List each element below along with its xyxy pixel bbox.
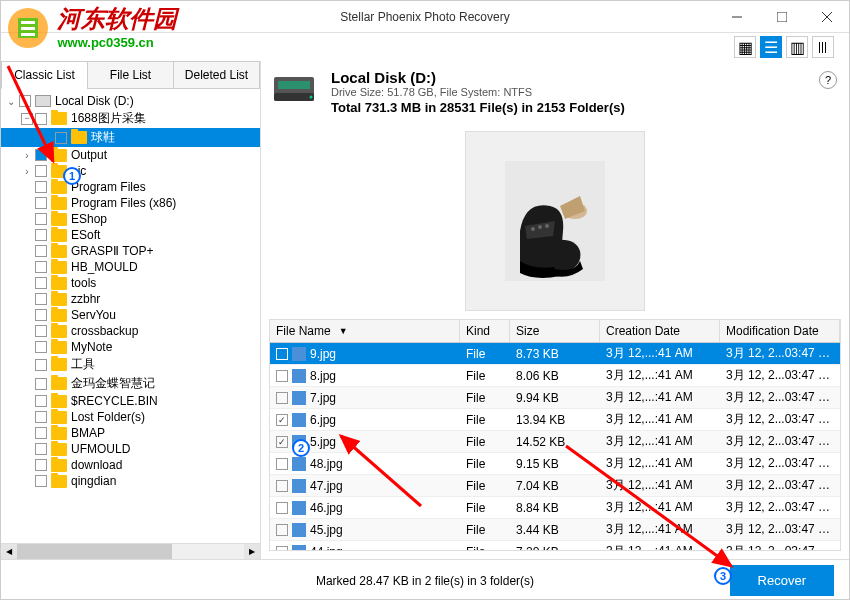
tree-item[interactable]: HB_MOULD: [1, 259, 260, 275]
tree-item-label: crossbackup: [71, 324, 138, 338]
tree-checkbox[interactable]: [35, 261, 47, 273]
tree-item[interactable]: 金玛金蝶智慧记: [1, 374, 260, 393]
row-checkbox[interactable]: [276, 370, 288, 382]
expand-toggle-icon[interactable]: ⌄: [5, 95, 17, 107]
maximize-button[interactable]: [759, 1, 804, 33]
row-checkbox[interactable]: [276, 436, 288, 448]
tree-checkbox[interactable]: [35, 378, 47, 390]
tree-item[interactable]: Program Files: [1, 179, 260, 195]
tree-checkbox[interactable]: [35, 309, 47, 321]
tree-item[interactable]: download: [1, 457, 260, 473]
tree-item[interactable]: zzbhr: [1, 291, 260, 307]
tree-checkbox[interactable]: [35, 213, 47, 225]
tree-item[interactable]: 球鞋: [1, 128, 260, 147]
table-row[interactable]: 48.jpgFile9.15 KB3月 12,...:41 AM3月 12, 2…: [270, 453, 840, 475]
view-grid-button[interactable]: ▦: [734, 36, 756, 58]
tree-item[interactable]: tools: [1, 275, 260, 291]
tree-checkbox[interactable]: [35, 165, 47, 177]
table-row[interactable]: 6.jpgFile13.94 KB3月 12,...:41 AM3月 12, 2…: [270, 409, 840, 431]
tree-checkbox[interactable]: [35, 395, 47, 407]
tree-item[interactable]: BMAP: [1, 425, 260, 441]
tree-item[interactable]: −1688图片采集: [1, 109, 260, 128]
expand-toggle-icon[interactable]: ›: [21, 149, 33, 161]
table-row[interactable]: 47.jpgFile7.04 KB3月 12,...:41 AM3月 12, 2…: [270, 475, 840, 497]
tree-item[interactable]: EShop: [1, 211, 260, 227]
recover-button[interactable]: Recover: [730, 565, 834, 596]
tree-checkbox[interactable]: [35, 277, 47, 289]
tree-checkbox[interactable]: [35, 293, 47, 305]
tree-checkbox[interactable]: [35, 475, 47, 487]
tree-item[interactable]: ⌄Local Disk (D:): [1, 93, 260, 109]
tree-checkbox[interactable]: [35, 411, 47, 423]
scroll-left-arrow[interactable]: ◀: [1, 544, 17, 559]
scroll-thumb[interactable]: [17, 544, 172, 559]
column-size[interactable]: Size: [510, 320, 600, 342]
row-checkbox[interactable]: [276, 480, 288, 492]
tree-item[interactable]: ›Output: [1, 147, 260, 163]
table-row[interactable]: 45.jpgFile3.44 KB3月 12,...:41 AM3月 12, 2…: [270, 519, 840, 541]
table-row[interactable]: 44.jpgFile7.20 KB3月 12,...:41 AM3月 12, 2…: [270, 541, 840, 551]
row-checkbox[interactable]: [276, 458, 288, 470]
scroll-right-arrow[interactable]: ▶: [244, 544, 260, 559]
column-creation-date[interactable]: Creation Date: [600, 320, 720, 342]
tree-item[interactable]: $RECYCLE.BIN: [1, 393, 260, 409]
tree-item[interactable]: crossbackup: [1, 323, 260, 339]
row-checkbox[interactable]: [276, 348, 288, 360]
help-button[interactable]: ?: [819, 71, 837, 89]
tree-checkbox[interactable]: [35, 113, 47, 125]
table-row[interactable]: 5.jpgFile14.52 KB3月 12,...:41 AM3月 12, 2…: [270, 431, 840, 453]
table-row[interactable]: 7.jpgFile9.94 KB3月 12,...:41 AM3月 12, 2.…: [270, 387, 840, 409]
tree-item[interactable]: qingdian: [1, 473, 260, 489]
tree-checkbox[interactable]: [35, 443, 47, 455]
tree-checkbox[interactable]: [35, 325, 47, 337]
view-list-button[interactable]: ☰: [760, 36, 782, 58]
column-filename[interactable]: File Name▼: [270, 320, 460, 342]
tree-checkbox[interactable]: [35, 459, 47, 471]
view-columns-button[interactable]: ▥: [786, 36, 808, 58]
row-checkbox[interactable]: [276, 392, 288, 404]
folder-tree[interactable]: ⌄Local Disk (D:)−1688图片采集球鞋›Output›picPr…: [1, 89, 260, 543]
tree-item[interactable]: MyNote: [1, 339, 260, 355]
tree-scrollbar-horizontal[interactable]: ◀ ▶: [1, 543, 260, 559]
tree-item[interactable]: ›pic: [1, 163, 260, 179]
file-modification-date: 3月 12, 2...03:47 AM: [720, 343, 840, 364]
tree-checkbox[interactable]: [35, 359, 47, 371]
close-button[interactable]: [804, 1, 849, 33]
tree-checkbox[interactable]: [19, 95, 31, 107]
tree-item[interactable]: ServYou: [1, 307, 260, 323]
collapse-toggle-icon[interactable]: −: [21, 113, 33, 125]
table-row[interactable]: 9.jpgFile8.73 KB3月 12,...:41 AM3月 12, 2.…: [270, 343, 840, 365]
tree-checkbox[interactable]: [35, 197, 47, 209]
folder-icon: [51, 112, 67, 125]
tree-item[interactable]: Program Files (x86): [1, 195, 260, 211]
tree-item[interactable]: GRASPⅡ TOP+: [1, 243, 260, 259]
tree-item[interactable]: 工具: [1, 355, 260, 374]
table-row[interactable]: 8.jpgFile8.06 KB3月 12,...:41 AM3月 12, 2.…: [270, 365, 840, 387]
tree-item[interactable]: ESoft: [1, 227, 260, 243]
minimize-button[interactable]: [714, 1, 759, 33]
tree-checkbox[interactable]: [55, 132, 67, 144]
tree-item-label: 工具: [71, 356, 95, 373]
row-checkbox[interactable]: [276, 502, 288, 514]
tree-checkbox[interactable]: [35, 229, 47, 241]
column-modification-date[interactable]: Modification Date: [720, 320, 840, 342]
tab-deleted-list[interactable]: Deleted List: [173, 61, 260, 88]
tree-item[interactable]: UFMOULD: [1, 441, 260, 457]
row-checkbox[interactable]: [276, 524, 288, 536]
row-checkbox[interactable]: [276, 414, 288, 426]
tree-checkbox[interactable]: [35, 181, 47, 193]
tree-checkbox[interactable]: [35, 427, 47, 439]
tab-file-list[interactable]: File List: [87, 61, 173, 88]
table-row[interactable]: 46.jpgFile8.84 KB3月 12,...:41 AM3月 12, 2…: [270, 497, 840, 519]
view-filmstrip-button[interactable]: ⫼: [812, 36, 834, 58]
column-kind[interactable]: Kind: [460, 320, 510, 342]
row-checkbox[interactable]: [276, 546, 288, 552]
expand-toggle-icon[interactable]: ›: [21, 165, 33, 177]
file-icon: [292, 413, 306, 427]
tab-classic-list[interactable]: Classic List: [1, 61, 87, 89]
tree-checkbox[interactable]: [35, 245, 47, 257]
tree-checkbox[interactable]: [35, 341, 47, 353]
tree-checkbox[interactable]: [35, 149, 47, 161]
tree-item[interactable]: Lost Folder(s): [1, 409, 260, 425]
tree-item-label: Output: [71, 148, 107, 162]
